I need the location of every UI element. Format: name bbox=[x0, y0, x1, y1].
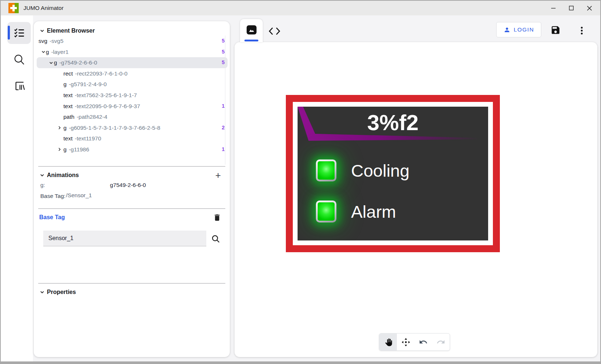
chevron-down-icon[interactable] bbox=[49, 60, 54, 65]
tree-node[interactable]: g-g119861 bbox=[34, 144, 230, 155]
element-tree: svg-svg55g-layer15g-g7549-2-6-6-05rect-r… bbox=[34, 36, 230, 155]
move-tool-button[interactable] bbox=[397, 334, 414, 350]
active-tool-indicator bbox=[8, 26, 10, 40]
login-button[interactable]: LOGIN bbox=[496, 22, 541, 37]
node-id: -text22095-0-9-6-7-6-9-37 bbox=[75, 103, 140, 109]
base-tag-link[interactable]: Base Tag bbox=[39, 214, 65, 221]
chevron-right-icon[interactable] bbox=[57, 147, 62, 152]
canvas-panel[interactable]: 3%f2 Cooling Alarm bbox=[235, 42, 597, 357]
tree-node[interactable]: rect-rect22093-7-6-1-0-0 bbox=[34, 68, 230, 79]
tree-node[interactable]: text-text11970 bbox=[34, 133, 230, 144]
node-id: -g11986 bbox=[69, 146, 89, 152]
left-toolbar bbox=[1, 15, 33, 361]
chevron-down-icon bbox=[40, 28, 45, 33]
node-tag: g bbox=[63, 125, 67, 131]
node-id: -rect22093-7-6-1-0-0 bbox=[75, 70, 128, 77]
tool-element-browser-button[interactable] bbox=[7, 22, 31, 44]
tree-node[interactable]: g-g5791-2-4-9-0 bbox=[34, 79, 230, 90]
animations-header[interactable]: Animations bbox=[34, 170, 230, 180]
save-button[interactable] bbox=[550, 25, 561, 36]
divider bbox=[38, 283, 225, 284]
animation-count-badge: 1 bbox=[222, 144, 225, 155]
led-indicator-alarm bbox=[316, 201, 336, 223]
indicator-label: Cooling bbox=[351, 161, 409, 181]
code-icon bbox=[268, 27, 281, 36]
tree-node[interactable]: g-layer15 bbox=[34, 47, 230, 58]
properties-header[interactable]: Properties bbox=[34, 287, 230, 297]
base-tag-label: Base Tag: bbox=[40, 192, 66, 201]
kebab-icon bbox=[579, 27, 584, 34]
node-id: -g5791-2-4-9-0 bbox=[69, 81, 107, 87]
element-browser-header[interactable]: Element Browser bbox=[34, 26, 230, 36]
animation-count-badge: 5 bbox=[222, 47, 225, 58]
node-id: -text7562-3-25-6-1-9-1-7 bbox=[75, 92, 137, 98]
app-window: JUMO Animator bbox=[0, 0, 601, 364]
animation-g-label: g: bbox=[40, 182, 45, 188]
tree-node[interactable]: text-text7562-3-25-6-1-9-1-7 bbox=[34, 90, 230, 101]
tree-node[interactable]: svg-svg55 bbox=[34, 36, 230, 47]
tab-code-view[interactable] bbox=[268, 26, 281, 36]
chevron-right-icon[interactable] bbox=[57, 125, 62, 130]
divider bbox=[38, 166, 225, 167]
main-content: Element Browser svg-svg55g-layer15g-g754… bbox=[1, 15, 600, 361]
delete-animation-button[interactable] bbox=[212, 213, 222, 223]
tree-scrollbar[interactable] bbox=[225, 36, 225, 165]
tool-library-button[interactable] bbox=[7, 75, 31, 97]
add-animation-button[interactable]: + bbox=[213, 170, 224, 180]
redo-button[interactable] bbox=[432, 334, 450, 350]
active-tab-indicator bbox=[244, 40, 258, 41]
tree-node[interactable]: g-g6095-1-5-7-3-1-1-7-9-3-7-66-2-5-82 bbox=[34, 122, 230, 133]
animation-count-badge: 2 bbox=[222, 122, 225, 133]
tree-node[interactable]: text-text22095-0-9-6-7-6-9-371 bbox=[34, 101, 230, 112]
indicator-row: Cooling bbox=[316, 159, 409, 182]
login-label: LOGIN bbox=[514, 26, 534, 33]
undo-button[interactable] bbox=[414, 334, 432, 350]
pan-tool-button[interactable] bbox=[379, 334, 397, 350]
minimize-icon bbox=[551, 5, 556, 11]
element-browser-title: Element Browser bbox=[47, 27, 95, 34]
close-button[interactable] bbox=[584, 3, 595, 14]
chevron-down-icon[interactable] bbox=[41, 49, 46, 54]
canvas-toolbar bbox=[379, 333, 450, 351]
hand-icon bbox=[384, 338, 393, 347]
node-id: -g6095-1-5-7-3-1-1-7-9-3-7-66-2-5-8 bbox=[69, 125, 161, 131]
image-icon bbox=[247, 25, 257, 34]
move-icon bbox=[401, 338, 410, 347]
animation-g-value: g7549-2-6-6-0 bbox=[110, 182, 146, 188]
more-menu-button[interactable] bbox=[577, 25, 586, 36]
indicator-label: Alarm bbox=[351, 202, 396, 222]
node-id: -svg5 bbox=[49, 38, 63, 44]
artwork-frame[interactable]: 3%f2 Cooling Alarm bbox=[286, 95, 500, 252]
tree-node[interactable]: g-g7549-2-6-6-05 bbox=[34, 57, 230, 68]
node-id: -path2842-4 bbox=[77, 114, 107, 120]
node-tag: svg bbox=[38, 38, 47, 44]
app-logo-icon bbox=[8, 3, 19, 13]
save-icon bbox=[550, 25, 561, 35]
node-tag: text bbox=[63, 103, 73, 109]
search-icon bbox=[12, 53, 26, 66]
tab-design-view[interactable] bbox=[240, 19, 263, 42]
window-controls bbox=[548, 1, 595, 15]
library-panel-icon bbox=[13, 80, 25, 92]
maximize-button[interactable] bbox=[566, 3, 577, 14]
tag-search-input[interactable] bbox=[43, 231, 206, 246]
animation-count-badge: 5 bbox=[222, 36, 225, 47]
close-icon bbox=[587, 5, 592, 11]
animation-count-badge: 5 bbox=[222, 57, 225, 68]
node-tag: g bbox=[63, 146, 67, 152]
tree-node[interactable]: path-path2842-4 bbox=[34, 111, 230, 122]
artwork-frame-inner: 3%f2 Cooling Alarm bbox=[293, 102, 493, 245]
artwork-title: 3%f2 bbox=[298, 107, 488, 139]
node-id: -layer1 bbox=[51, 49, 69, 55]
trash-icon bbox=[213, 213, 221, 222]
node-tag: g bbox=[63, 81, 67, 87]
window-title: JUMO Animator bbox=[23, 1, 63, 15]
minimize-button[interactable] bbox=[548, 3, 559, 14]
led-indicator-cooling bbox=[316, 159, 336, 181]
node-tag: text bbox=[63, 135, 73, 141]
tool-search-button[interactable] bbox=[7, 49, 31, 71]
tag-search-button[interactable] bbox=[210, 234, 221, 244]
search-icon bbox=[211, 234, 221, 244]
node-tag: rect bbox=[63, 70, 73, 77]
checklist-icon bbox=[13, 27, 25, 39]
